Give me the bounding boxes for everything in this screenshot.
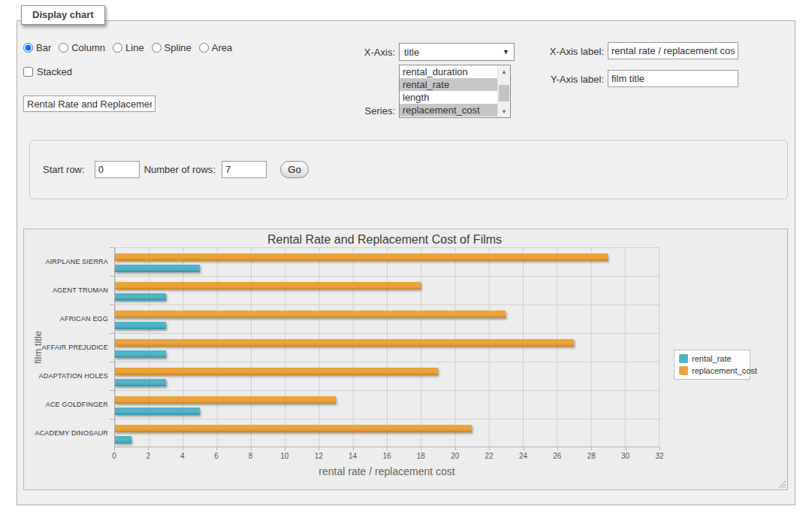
- bar-rental_rate: [115, 407, 200, 415]
- x-axis-tick: [216, 447, 217, 450]
- x-axis-tick: [591, 447, 592, 450]
- x-axis-tick: [557, 447, 558, 450]
- y-axis-tick: [110, 276, 114, 277]
- x-tick-label: 30: [621, 452, 629, 460]
- chart-type-option-area[interactable]: Area: [199, 42, 232, 53]
- x-tick-label: 16: [382, 452, 391, 460]
- stacked-label: Stacked: [37, 66, 72, 77]
- x-tick-label: 20: [451, 452, 459, 460]
- y-category-label: AFFAIR PREJUDICE: [24, 333, 108, 362]
- x-axis-select-label: X-Axis:: [316, 47, 395, 58]
- chart-type-option-line[interactable]: Line: [113, 42, 144, 53]
- y-category-label: ADAPTATION HOLES: [24, 362, 108, 390]
- chart-type-option-column[interactable]: Column: [59, 42, 105, 53]
- y-axis-tick: [110, 419, 114, 420]
- y-axis-label-input[interactable]: [608, 70, 738, 87]
- x-tick-label: 32: [655, 452, 663, 460]
- series-list-label: Series:: [316, 105, 395, 117]
- bar-replacement_cost: [115, 396, 336, 404]
- x-axis-tick: [183, 447, 183, 450]
- chart-type-option-spline[interactable]: Spline: [152, 42, 192, 53]
- number-of-rows-input[interactable]: [222, 161, 267, 178]
- y-category-label: ACE GOLDFINGER: [24, 390, 108, 419]
- chart-type-radio-column[interactable]: [59, 43, 68, 53]
- chart-type-label: Bar: [36, 42, 51, 53]
- bar-replacement_cost: [115, 425, 472, 432]
- x-axis-tick: [421, 447, 421, 450]
- chart-type-option-bar[interactable]: Bar: [23, 42, 51, 53]
- number-of-rows-label: Number of rows:: [144, 164, 216, 175]
- scrollbar-down-icon[interactable]: ▼: [498, 105, 510, 117]
- x-axis-label-caption: X-Axis label:: [525, 46, 604, 57]
- y-axis-tick: [110, 333, 114, 334]
- y-category-label: AGENT TRUMAN: [24, 276, 108, 304]
- series-multiselect[interactable]: rental_durationrental_ratelengthreplacem…: [399, 65, 511, 118]
- x-axis-tick: [251, 447, 252, 450]
- bar-replacement_cost: [115, 368, 438, 375]
- go-button[interactable]: Go: [280, 161, 309, 178]
- scrollbar-thumb[interactable]: [499, 85, 509, 101]
- legend-label: rental_rate: [692, 354, 732, 363]
- x-tick-label: 4: [180, 452, 185, 460]
- series-scrollbar[interactable]: ▲ ▼: [497, 65, 510, 117]
- x-tick-label: 18: [417, 452, 425, 460]
- x-tick-label: 2: [146, 452, 151, 460]
- stacked-checkbox-row[interactable]: Stacked: [23, 66, 72, 77]
- scrollbar-track[interactable]: [498, 77, 510, 105]
- x-axis-tick: [455, 447, 456, 450]
- bar-rental_rate: [115, 436, 131, 444]
- chart-type-radio-spline[interactable]: [152, 43, 161, 53]
- x-axis-tick: [318, 447, 319, 450]
- legend-label: replacement_cost: [692, 366, 757, 375]
- x-axis-ticks: 02468101214161820222426283032: [114, 452, 660, 462]
- x-axis-label-input[interactable]: [608, 42, 738, 59]
- x-tick-label: 14: [349, 452, 357, 460]
- x-tick-label: 28: [587, 452, 596, 460]
- display-chart-fieldset: BarColumnLineSplineArea Stacked X-Axis: …: [17, 20, 795, 505]
- resize-grip-icon[interactable]: [777, 480, 786, 488]
- start-row-input[interactable]: [95, 161, 140, 178]
- chart-legend: rental_ratereplacement_cost: [674, 350, 750, 380]
- chart-type-radio-bar[interactable]: [23, 43, 33, 53]
- y-axis-categories: AIRPLANE SIERRAAGENT TRUMANAFRICAN EGGAF…: [24, 247, 108, 447]
- bar-rental_rate: [115, 265, 200, 272]
- x-axis-selected-value: title: [404, 47, 503, 58]
- stacked-checkbox[interactable]: [23, 67, 33, 77]
- legend-item-replacement_cost[interactable]: replacement_cost: [679, 366, 745, 375]
- x-tick-label: 8: [249, 452, 253, 460]
- chart-panel: Rental Rate and Replacement Cost of Film…: [23, 229, 788, 490]
- bar-rental_rate: [115, 379, 166, 386]
- x-axis-tick: [285, 447, 285, 450]
- y-axis-tick: [110, 247, 114, 248]
- bar-replacement_cost: [115, 339, 574, 347]
- x-axis-tick: [114, 447, 115, 450]
- x-tick-label: 12: [315, 452, 323, 460]
- bar-replacement_cost: [115, 282, 421, 289]
- x-tick-label: 10: [280, 452, 288, 460]
- plot-area: [114, 247, 660, 447]
- chart-title-input[interactable]: [23, 95, 155, 112]
- legend-swatch-rental_rate: [679, 354, 688, 363]
- x-tick-label: 24: [519, 452, 527, 460]
- series-option-rental_duration[interactable]: rental_duration: [400, 65, 497, 78]
- x-axis-tick: [626, 447, 626, 450]
- legend-item-rental_rate[interactable]: rental_rate: [679, 354, 745, 363]
- legend-swatch-replacement_cost: [679, 366, 688, 375]
- scrollbar-up-icon[interactable]: ▲: [498, 65, 510, 77]
- chevron-down-icon: ▼: [503, 48, 509, 56]
- y-category-label: ACADEMY DINOSAUR: [24, 419, 108, 447]
- bar-rental_rate: [115, 322, 166, 329]
- chart-type-radio-area[interactable]: [199, 43, 209, 53]
- x-axis-tick: [660, 447, 660, 450]
- chart-type-radio-line[interactable]: [113, 43, 122, 53]
- series-option-rental_rate[interactable]: rental_rate: [400, 78, 497, 91]
- chart-type-label: Spline: [165, 42, 192, 53]
- chart-type-label: Line: [125, 42, 144, 53]
- x-axis-tick: [489, 447, 490, 450]
- bar-rental_rate: [115, 293, 166, 301]
- series-option-length[interactable]: length: [400, 91, 497, 104]
- series-option-replacement_cost[interactable]: replacement_cost: [400, 104, 497, 117]
- x-axis-select[interactable]: title ▼: [399, 43, 515, 61]
- x-axis-tick: [524, 447, 524, 450]
- bar-rental_rate: [115, 350, 166, 358]
